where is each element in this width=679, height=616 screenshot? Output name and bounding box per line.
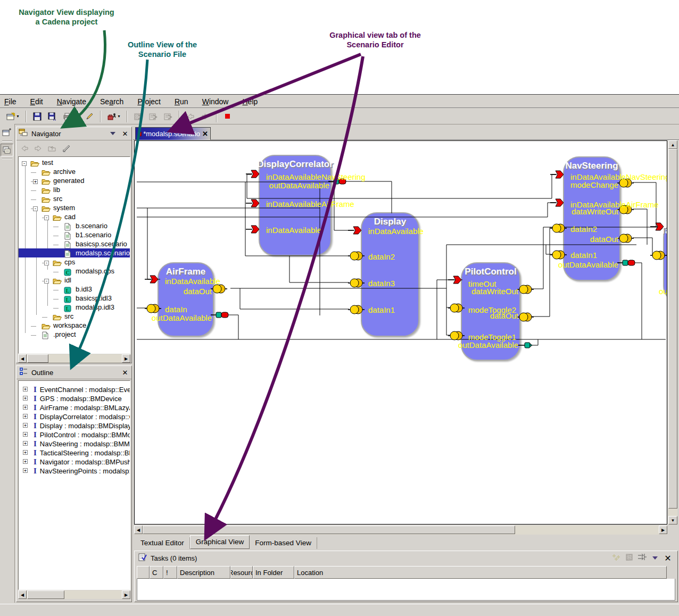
port-facet-datain3[interactable] [348, 277, 365, 289]
editor-tab-close-icon[interactable]: ✕ [202, 130, 208, 138]
scroll-thumb[interactable] [143, 526, 515, 534]
outline-item-gps[interactable]: IGPS : modalsp::BMDevice [29, 394, 122, 403]
port-facet-datawriteout[interactable] [517, 284, 534, 295]
tasks-column--[interactable]: ! [163, 566, 177, 579]
save-icon[interactable] [30, 110, 44, 123]
tree-item-idl[interactable]: idl [63, 276, 73, 285]
port-event-in-indataavailableairframe[interactable] [246, 198, 261, 210]
view-tab-textual-editor[interactable]: Textual Editor [135, 537, 190, 549]
tree-item-b1-scenario[interactable]: b1.scenario [74, 230, 113, 239]
outline-close-icon[interactable]: ✕ [121, 369, 129, 377]
tree-item-generated[interactable]: generated [52, 176, 86, 185]
outline-hscrollbar[interactable]: ◀ ▶ [18, 590, 130, 599]
tree-item-basicsp-idl3[interactable]: basicsp.idl3 [74, 294, 113, 303]
tree-item-modalsp-scenario[interactable]: modalsp.scenario [74, 248, 130, 257]
tree-item-b-idl3[interactable]: b.idl3 [74, 285, 94, 294]
outline-expander-plus[interactable]: + [23, 387, 28, 392]
nav-next-2-icon[interactable] [146, 110, 160, 123]
outline-expander-plus[interactable]: + [23, 396, 28, 401]
tree-item-modalsp-idl3[interactable]: modalsp.idl3 [74, 303, 116, 312]
save-all-icon[interactable] [45, 110, 59, 123]
tree-item-src[interactable]: src [63, 312, 75, 321]
tree-item-test[interactable]: test [40, 158, 55, 167]
port-event-in-indataavailable[interactable] [145, 274, 160, 286]
navigator-menu-icon[interactable] [110, 132, 115, 135]
tasks-column-c[interactable]: C [150, 566, 163, 579]
tasks-column-resource[interactable]: Resource [230, 566, 253, 579]
scroll-left-icon[interactable]: ◀ [134, 526, 143, 534]
outline-item-pilotcontrol[interactable]: IPilotControl : modalsp::BMMo [29, 430, 130, 439]
nav-next-3-icon[interactable] [161, 110, 175, 123]
tasks-column-description[interactable]: Description [177, 566, 230, 579]
outline-item-navsteeringpoints[interactable]: INavSteeringPoints : modalsp: [29, 467, 130, 476]
outline-item-tacticalsteering[interactable]: ITacticalSteering : modalsp::Bl [29, 448, 130, 457]
port-event-in-timeout[interactable] [448, 274, 463, 286]
scroll-down-icon[interactable]: ▼ [668, 516, 677, 525]
port-facet[interactable] [650, 249, 667, 261]
outline-expander-plus[interactable]: + [23, 450, 28, 455]
tasks-table-body[interactable] [137, 579, 675, 601]
menu-navigate[interactable]: Navigate [57, 97, 86, 106]
tree-expander-minus[interactable]: - [44, 215, 49, 220]
pencil-icon[interactable] [82, 110, 96, 123]
navigator-collapse-all-icon[interactable] [60, 142, 72, 155]
port-facet-datain2[interactable] [348, 250, 365, 262]
outline-item-airframe[interactable]: IAirFrame : modalsp::BMLazyA [29, 403, 130, 412]
tree-expander-plus[interactable]: + [33, 179, 38, 184]
scenario-graph-canvas[interactable]: DisplayCorrelatorDisplayAirFramePilotCon… [134, 140, 667, 525]
tasks-new-task-icon[interactable] [610, 553, 623, 563]
port-event-in-indataavailable[interactable] [246, 224, 261, 236]
port-facet-dataout[interactable] [517, 311, 534, 323]
navigator-up-icon[interactable] [46, 142, 59, 155]
menu-file[interactable]: File [4, 97, 16, 106]
port-facet-datain[interactable] [145, 303, 162, 314]
outline-item-navigator[interactable]: INavigator : modalsp::BMPush [29, 457, 130, 467]
outline-list[interactable]: +IEventChannel : modalsp::Eve+IGPS : mod… [18, 380, 130, 590]
tree-expander-minus[interactable]: - [22, 161, 27, 166]
navigator-hscrollbar[interactable]: ◀ ▶ [18, 354, 130, 363]
port-event-out-outdataavailable[interactable] [517, 340, 533, 352]
navigator-tree[interactable]: -testarchive+generatedlibsrc-system-cadb… [18, 156, 130, 354]
tasks-column-marker[interactable] [137, 566, 150, 579]
scroll-thumb[interactable] [27, 590, 64, 599]
port-facet-datain1[interactable] [550, 249, 567, 261]
open-perspective-icon[interactable] [1, 126, 13, 139]
tree-item-archive[interactable]: archive [52, 167, 77, 176]
outline-expander-plus[interactable]: + [23, 459, 28, 464]
navigator-forward-icon[interactable] [32, 142, 45, 155]
outline-expander-plus[interactable]: + [23, 432, 28, 437]
run-tool-icon[interactable]: ▾ [105, 110, 123, 123]
port-event-out-pair-outdataavailable[interactable] [617, 257, 636, 269]
scroll-right-icon[interactable]: ▶ [659, 526, 667, 534]
print-icon[interactable] [60, 110, 74, 123]
outline-item-display[interactable]: IDisplay : modalsp::BMDisplay [29, 421, 130, 430]
tree-item--project[interactable]: .project [52, 330, 78, 339]
new-wizard-icon[interactable]: ▾ [4, 110, 22, 123]
tree-item-modalsp-cps[interactable]: modalsp.cps [74, 267, 116, 276]
menu-run[interactable]: Run [175, 97, 188, 106]
tree-item-workspace[interactable]: workspace [52, 321, 88, 330]
menu-window[interactable]: Window [202, 97, 229, 106]
outline-expander-plus[interactable]: + [23, 414, 28, 419]
tree-item-b-scenario[interactable]: b.scenario [74, 221, 109, 230]
nav-next-1-icon[interactable] [131, 110, 145, 123]
tasks-delete-icon[interactable] [623, 553, 636, 563]
view-tab-graphical-view[interactable]: Graphical View [190, 535, 250, 549]
menu-project[interactable]: Project [137, 97, 161, 106]
outline-item-displaycorrelator[interactable]: IDisplayCorrelator : modalsp::C [29, 412, 130, 421]
tasks-column-in-folder[interactable]: In Folder [253, 566, 294, 579]
view-tab-form-based-view[interactable]: Form-based View [250, 537, 317, 549]
back-icon[interactable] [184, 110, 197, 123]
scroll-right-icon[interactable]: ▶ [122, 590, 130, 599]
scroll-up-icon[interactable]: ▲ [668, 140, 677, 149]
tasks-menu-dropdown-icon[interactable] [649, 553, 661, 563]
editor-tab-modalsp-scenario[interactable]: *modalsp.scenario ✕ [135, 127, 211, 140]
canvas-hscrollbar[interactable]: ◀ ▶ [134, 526, 667, 535]
port-event-in-indataavailablenavsteering[interactable] [550, 169, 565, 181]
tree-expander-minus[interactable]: - [44, 279, 49, 284]
scroll-left-icon[interactable]: ◀ [18, 590, 27, 599]
navigator-back-icon[interactable] [18, 142, 31, 155]
tree-item-basicsp-scenario[interactable]: basicsp.scenario [74, 239, 129, 248]
port-event-out-pair-outdataavailable[interactable] [211, 310, 230, 321]
port-event-in-indataavailable[interactable] [348, 225, 363, 237]
